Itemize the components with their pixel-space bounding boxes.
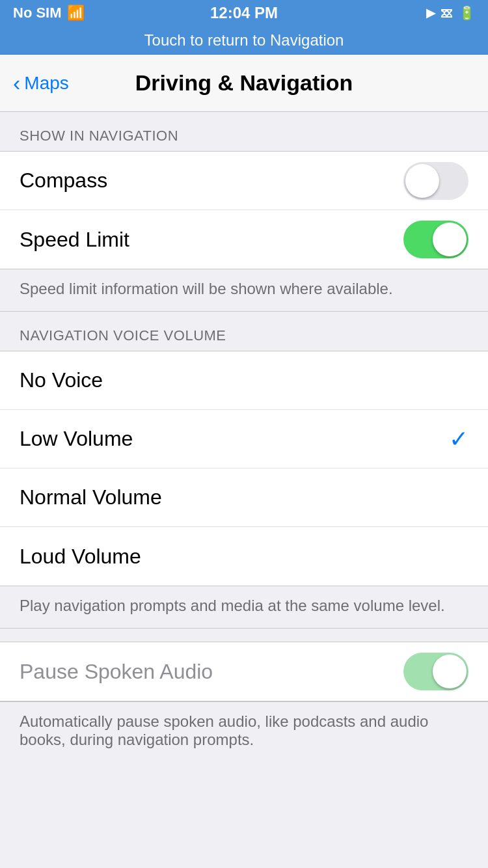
speed-limit-row: Speed Limit: [0, 210, 488, 269]
status-time: 12:04 PM: [210, 4, 278, 22]
compass-toggle-knob: [405, 164, 439, 198]
status-right: ▶ ⯴ 🔋: [426, 5, 475, 21]
show-in-navigation-header: SHOW IN NAVIGATION: [0, 112, 488, 151]
wifi-icon: 📶: [67, 5, 85, 21]
bluetooth-icon: ⯴: [441, 6, 454, 21]
compass-toggle[interactable]: [403, 162, 468, 200]
speed-limit-toggle[interactable]: [403, 221, 468, 258]
pause-spoken-audio-info: Automatically pause spoken audio, like p…: [0, 701, 488, 762]
compass-label: Compass: [20, 169, 107, 193]
voice-volume-group: No Voice Low Volume ✓ Normal Volume Loud…: [0, 351, 488, 586]
speed-limit-toggle-knob: [433, 223, 467, 256]
show-in-navigation-group: Compass Speed Limit: [0, 151, 488, 269]
carrier-label: No SIM: [13, 5, 62, 21]
status-left: No SIM 📶: [13, 5, 85, 21]
return-to-nav-banner[interactable]: Touch to return to Navigation: [0, 26, 488, 55]
battery-icon: 🔋: [459, 5, 475, 21]
spacer: [0, 629, 488, 642]
pause-spoken-audio-label: Pause Spoken Audio: [20, 660, 213, 684]
compass-row: Compass: [0, 152, 488, 210]
normal-volume-label: Normal Volume: [20, 485, 162, 509]
pause-spoken-audio-toggle[interactable]: [403, 653, 468, 690]
back-label: Maps: [24, 73, 68, 94]
back-chevron-icon: ‹: [13, 72, 20, 94]
page-title: Driving & Navigation: [135, 70, 353, 96]
normal-volume-row[interactable]: Normal Volume: [0, 468, 488, 527]
return-banner-text: Touch to return to Navigation: [144, 31, 344, 49]
loud-volume-row[interactable]: Loud Volume: [0, 527, 488, 586]
location-icon: ▶: [426, 6, 435, 20]
low-volume-checkmark: ✓: [449, 426, 468, 453]
back-button[interactable]: ‹ Maps: [13, 73, 69, 94]
no-voice-row[interactable]: No Voice: [0, 351, 488, 410]
status-bar: No SIM 📶 12:04 PM ▶ ⯴ 🔋: [0, 0, 488, 26]
low-volume-label: Low Volume: [20, 427, 133, 451]
low-volume-row[interactable]: Low Volume ✓: [0, 410, 488, 468]
nav-bar: ‹ Maps Driving & Navigation: [0, 55, 488, 112]
voice-volume-header: NAVIGATION VOICE VOLUME: [0, 312, 488, 351]
speed-limit-info: Speed limit information will be shown wh…: [0, 269, 488, 312]
loud-volume-label: Loud Volume: [20, 545, 141, 569]
pause-spoken-audio-group: Pause Spoken Audio: [0, 642, 488, 701]
speed-limit-label: Speed Limit: [20, 228, 129, 252]
pause-spoken-audio-row: Pause Spoken Audio: [0, 642, 488, 701]
no-voice-label: No Voice: [20, 368, 103, 392]
voice-volume-info: Play navigation prompts and media at the…: [0, 586, 488, 629]
pause-spoken-audio-knob: [433, 655, 467, 688]
